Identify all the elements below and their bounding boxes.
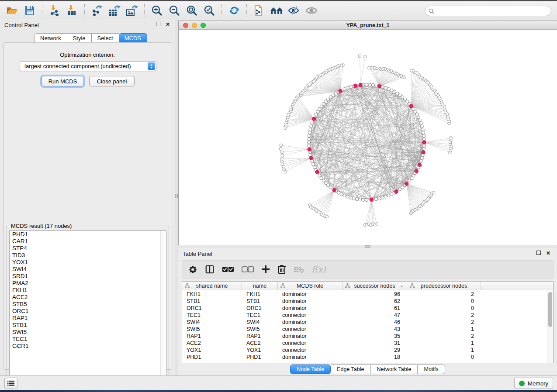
table-panel-tabs: Node Table Edge Table Network Table Moti… [178, 364, 557, 374]
status-bar: Memory [0, 375, 557, 391]
memory-button[interactable]: Memory [514, 378, 553, 389]
tree-icon [280, 283, 285, 288]
import-network-icon[interactable] [46, 3, 63, 18]
tab-network[interactable]: Network [34, 33, 67, 43]
run-mcds-button[interactable]: Run MCDS [42, 76, 84, 86]
control-panel-titlebar: Control Panel ✕ [0, 19, 175, 31]
table-row[interactable]: SWI4SWI4dominator462 [182, 319, 547, 326]
refresh-icon[interactable] [225, 3, 243, 18]
list-item[interactable]: RAP1 [10, 315, 166, 322]
list-item[interactable]: PHD1 [10, 231, 166, 238]
search-icon [429, 8, 434, 14]
list-item[interactable]: GCR1 [10, 343, 166, 350]
zoom-selected-icon[interactable] [201, 3, 218, 18]
table-row[interactable]: ACE2ACE2connector311 [182, 340, 547, 347]
optimization-criterion-label: Optimization criterion: [4, 52, 171, 58]
list-scrollbar[interactable] [160, 231, 166, 383]
list-item[interactable]: TEC1 [10, 336, 166, 343]
tab-node-table[interactable]: Node Table [290, 364, 331, 374]
tab-motifs[interactable]: Motifs [418, 364, 445, 374]
table-row[interactable]: SWI5SWI5connector431 [182, 326, 547, 333]
delete-icon[interactable] [277, 265, 286, 274]
network-window: YPA_prune.txt_1 [178, 21, 557, 245]
open-file-icon[interactable] [3, 3, 21, 18]
function-builder-icon[interactable]: f(x) [311, 265, 326, 274]
main-toolbar [0, 2, 557, 19]
show-columns-icon[interactable] [205, 265, 214, 274]
zoom-in-icon[interactable] [148, 3, 166, 18]
zoom-fit-icon[interactable] [183, 3, 201, 18]
column-header-predecessor-nodes[interactable]: predecessor nodes [407, 282, 481, 290]
gear-icon[interactable] [188, 265, 197, 274]
select-all-icon[interactable] [222, 266, 234, 273]
list-item[interactable]: ACE2 [10, 294, 166, 301]
hide-eye-icon[interactable] [285, 3, 303, 18]
add-row-icon[interactable] [261, 265, 270, 274]
export-image-icon[interactable] [123, 3, 141, 18]
column-header-successor-nodes[interactable]: successor nodes ⌄ [343, 282, 407, 290]
scrollbar-thumb[interactable] [548, 292, 552, 327]
list-item[interactable]: YOX1 [10, 259, 166, 266]
list-item[interactable]: FKH1 [10, 287, 166, 294]
tab-style[interactable]: Style [67, 33, 92, 43]
table-row[interactable]: RAP1RAP1dominator352 [182, 333, 547, 340]
tab-network-table[interactable]: Network Table [371, 364, 418, 374]
save-session-icon[interactable] [21, 3, 38, 18]
float-panel-icon[interactable] [156, 22, 161, 27]
houses-icon[interactable] [268, 3, 285, 18]
task-history-button[interactable] [4, 378, 17, 389]
mcds-tab-content: Optimization criterion: largest connecte… [3, 42, 171, 370]
list-item[interactable]: STB1 [10, 322, 166, 329]
vertical-split-divider[interactable] [175, 19, 178, 375]
memory-status-icon [519, 381, 525, 386]
close-panel-icon[interactable]: ✕ [165, 22, 170, 27]
column-header-shared-name[interactable]: shared name [182, 282, 242, 290]
list-item[interactable]: SRD1 [10, 273, 166, 280]
divider-grip[interactable] [175, 194, 178, 198]
export-table-icon[interactable] [106, 3, 123, 18]
delete-table-icon[interactable] [294, 266, 304, 273]
deselect-all-icon[interactable] [242, 266, 254, 273]
table-row[interactable]: STB1STB1dominator620 [182, 298, 547, 305]
table-row[interactable]: YOX1YOX1connector291 [182, 347, 547, 354]
column-header-mcds-role[interactable]: MCDS role [278, 282, 343, 290]
table-panel-titlebar: Table Panel ✕ [178, 248, 557, 259]
mcds-result-list[interactable]: PHD1 CAR1 STP4 TID3 YOX1 SWI4 SRD1 PMA2 … [9, 230, 166, 383]
select-stepper-icon: ▲▼ [148, 62, 155, 70]
table-row[interactable]: FKH1FKH1dominator962 [182, 291, 547, 298]
tree-icon [185, 283, 190, 288]
table-header: shared name name MCDS role successor nod… [182, 282, 553, 290]
table-row[interactable]: ORC1ORC1dominator610 [182, 305, 547, 312]
list-item[interactable]: CAR1 [10, 238, 166, 245]
import-table-icon[interactable] [63, 3, 81, 18]
list-item[interactable]: STP4 [10, 245, 166, 252]
list-item[interactable]: ORC1 [10, 308, 166, 315]
list-item[interactable]: SWI4 [10, 266, 166, 273]
application-window: Control Panel ✕ Network Style Select MCD… [0, 0, 557, 390]
export-network-icon[interactable] [88, 3, 106, 18]
zoom-out-icon[interactable] [166, 3, 183, 18]
search-input[interactable] [434, 7, 551, 15]
table-row[interactable]: PHD1PHD1dominator180 [182, 354, 547, 361]
list-item[interactable]: PMA2 [10, 280, 166, 287]
tab-select[interactable]: Select [92, 33, 119, 43]
float-panel-icon[interactable] [536, 251, 541, 256]
show-eye-icon[interactable] [303, 3, 320, 18]
list-item[interactable]: TID3 [10, 252, 166, 259]
close-panel-button[interactable]: Close panel [89, 76, 135, 86]
search-box[interactable] [425, 6, 551, 16]
table-scrollbar[interactable] [547, 291, 553, 363]
control-panel: Control Panel ✕ Network Style Select MCD… [0, 19, 175, 375]
criterion-select[interactable]: largest connected component (undirected)… [20, 61, 156, 71]
close-panel-icon[interactable]: ✕ [546, 251, 551, 256]
tab-mcds[interactable]: MCDS [119, 33, 147, 43]
network-window-titlebar[interactable]: YPA_prune.txt_1 [179, 21, 557, 30]
table-row[interactable]: TEC1TEC1connector472 [182, 312, 547, 319]
tab-edge-table[interactable]: Edge Table [331, 364, 370, 374]
network-canvas[interactable] [179, 30, 557, 245]
memory-label: Memory [528, 380, 548, 387]
list-item[interactable]: STB5 [10, 301, 166, 308]
column-header-name[interactable]: name [242, 282, 278, 290]
list-item[interactable]: SWI5 [10, 329, 166, 336]
share-document-icon[interactable] [250, 3, 268, 18]
